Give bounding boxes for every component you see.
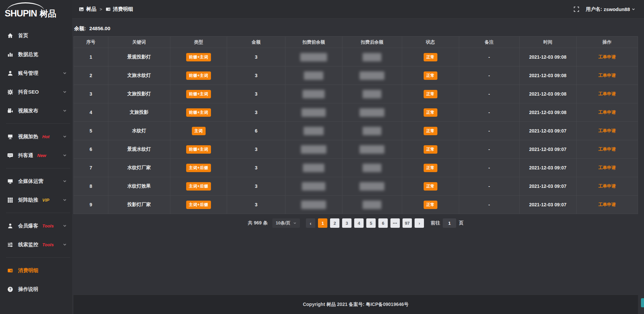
redacted-balance-before [302, 182, 325, 191]
table-row: 1 景观投影灯 前缀+主词 3 正常 - 2021-12-03 09:08 工单… [74, 48, 638, 66]
edge-widget[interactable] [641, 298, 644, 307]
page-content: 余额: 24856.00 序号关键词类型金额扣费前余额扣费后余额状态备注时间操作… [72, 19, 644, 314]
sidebar-item-9[interactable]: 会员爆客 Tools [0, 216, 72, 235]
sidebar-badge: VIP [42, 198, 49, 203]
sidebar-item-1[interactable]: 数据总览 [0, 45, 72, 64]
work-order-link[interactable]: 工单申请 [598, 184, 616, 189]
remark-cell: - [459, 159, 519, 177]
column-header-3: 金额 [227, 37, 285, 48]
goto-suffix: 页 [459, 220, 464, 226]
chevron-down-icon [63, 153, 67, 157]
chevron-down-icon [63, 179, 67, 183]
redacted-balance-before [303, 164, 324, 172]
user-dropdown[interactable]: 用户名: zswodun88 [586, 6, 636, 12]
type-tag: 主词+后缀 [186, 182, 211, 191]
column-header-4: 扣费前余额 [285, 37, 342, 48]
work-order-link[interactable]: 工单申请 [598, 54, 616, 59]
sidebar-divider [6, 123, 70, 124]
sidebar-item-4[interactable]: 视频发布 [0, 101, 72, 120]
time-cell: 2021-12-03 09:08 [519, 85, 576, 103]
sidebar-item-6[interactable]: 抖客通 New [0, 146, 72, 165]
wallet-icon [106, 7, 111, 12]
time-cell: 2021-12-03 09:08 [519, 48, 576, 66]
redacted-balance-after [363, 90, 381, 98]
sidebar-item-2[interactable]: 账号管理 [0, 64, 72, 83]
status-badge: 正常 [424, 53, 437, 61]
sidebar-item-3[interactable]: 抖音SEO [0, 83, 72, 101]
time-cell: 2021-12-03 09:07 [519, 140, 576, 159]
remark-cell: - [459, 66, 519, 85]
svg-text:?: ? [9, 287, 11, 291]
sidebar-item-8[interactable]: 矩阵助推 VIP [0, 191, 72, 209]
monitor-icon [7, 178, 13, 184]
goto-page-input[interactable] [443, 218, 456, 228]
time-cell: 2021-12-03 09:07 [519, 177, 576, 196]
sidebar-divider [6, 168, 70, 168]
column-header-5: 扣费后余额 [342, 37, 402, 48]
work-order-link[interactable]: 工单申请 [598, 147, 616, 152]
sidebar-item-10[interactable]: 线索监控 Tools [0, 235, 72, 254]
sidebar-item-11[interactable]: 消费明细 [0, 261, 72, 280]
column-header-1: 关键词 [108, 37, 170, 48]
page-button-6[interactable]: 6 [378, 218, 388, 228]
wallet-icon [7, 267, 13, 273]
page-size-select[interactable]: 10条/页 [272, 218, 300, 228]
status-badge: 正常 [424, 108, 437, 117]
status-badge: 正常 [424, 164, 437, 172]
work-order-link[interactable]: 工单申请 [598, 202, 616, 207]
page-button-1[interactable]: 1 [318, 218, 327, 228]
fullscreen-icon[interactable] [574, 6, 579, 12]
sidebar-badge: Hot [42, 134, 50, 139]
goto-page: 前往 页 [431, 218, 464, 228]
next-page-button[interactable]: › [415, 218, 424, 228]
balance-label: 余额: [74, 25, 86, 31]
username-label: 用户名: [586, 6, 602, 12]
page-button-5[interactable]: 5 [366, 218, 376, 228]
breadcrumb-item-home[interactable]: 树品 [86, 6, 96, 12]
type-tag: 主词+后缀 [186, 201, 211, 209]
table-body: 1 景观投影灯 前缀+主词 3 正常 - 2021-12-03 09:08 工单… [74, 48, 638, 214]
sidebar: SHUPIN 树品 首页 数据总览 账号管理 抖音SEO 视频发布 视频加热 [0, 0, 72, 314]
redacted-balance-before [302, 108, 326, 117]
work-order-link[interactable]: 工单申请 [598, 128, 616, 133]
image-icon [79, 7, 84, 12]
page-button-4[interactable]: 4 [354, 218, 364, 228]
prev-page-button[interactable]: ‹ [306, 218, 315, 228]
sidebar-item-7[interactable]: 全媒体运营 [0, 172, 72, 191]
sidebar-item-0[interactable]: 首页 [0, 26, 72, 45]
work-order-link[interactable]: 工单申请 [598, 165, 616, 170]
status-badge: 正常 [424, 201, 437, 209]
balance-summary: 余额: 24856.00 [74, 25, 638, 32]
page-button-2[interactable]: 2 [330, 218, 339, 228]
sidebar-item-5[interactable]: 视频加热 Hot [0, 127, 72, 146]
type-tag: 前缀+主词 [186, 71, 211, 80]
total-count: 共 969 条 [248, 220, 268, 226]
remark-cell: - [459, 85, 519, 103]
sliders-icon [7, 242, 13, 248]
question-icon: ? [7, 286, 13, 292]
type-tag: 主词+后缀 [186, 164, 211, 172]
page-ellipsis-button[interactable]: ••• [390, 218, 400, 228]
breadcrumb-item-current: 消费明细 [113, 6, 133, 12]
time-cell: 2021-12-03 09:07 [519, 196, 576, 214]
page-button-97[interactable]: 97 [402, 218, 412, 228]
gear-icon [7, 89, 13, 95]
grid-icon [7, 197, 13, 203]
sidebar-item-12[interactable]: ? 操作说明 [0, 280, 72, 299]
time-cell: 2021-12-03 09:08 [519, 66, 576, 85]
page-button-3[interactable]: 3 [342, 218, 352, 228]
time-cell: 2021-12-03 09:08 [519, 103, 576, 122]
work-order-link[interactable]: 工单申请 [598, 91, 616, 96]
work-order-link[interactable]: 工单申请 [598, 73, 616, 78]
table-row: 3 文旅投影灯 前缀+主词 3 正常 - 2021-12-03 09:08 工单… [74, 85, 638, 103]
column-header-7: 备注 [459, 37, 519, 48]
sidebar-badge: Tools [42, 223, 54, 228]
type-tag: 主词 [192, 127, 206, 135]
member-icon [7, 223, 13, 229]
type-tag: 前缀+主词 [186, 145, 211, 154]
table-row: 8 水纹灯效果 主词+后缀 3 正常 - 2021-12-03 09:07 工单… [74, 177, 638, 196]
time-cell: 2021-12-03 09:07 [519, 159, 576, 177]
work-order-link[interactable]: 工单申请 [598, 110, 616, 115]
type-tag: 前缀+主词 [186, 53, 211, 61]
table-row: 2 文旅水纹灯 前缀+主词 3 正常 - 2021-12-03 09:08 工单… [74, 66, 638, 85]
